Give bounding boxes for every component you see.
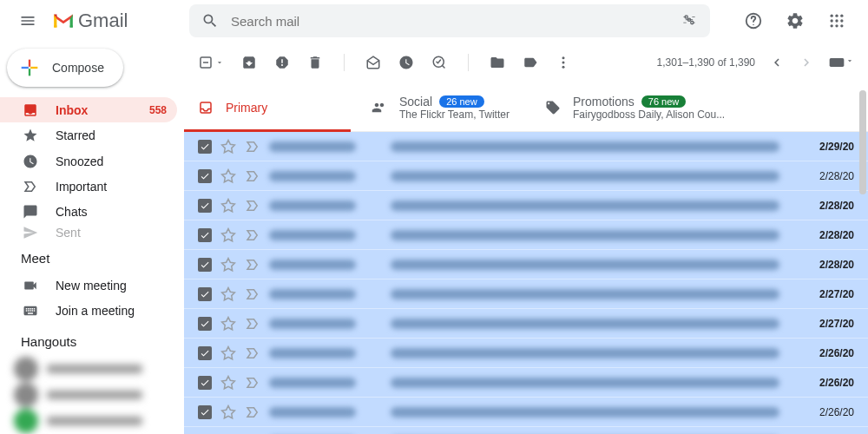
compose-button[interactable]: Compose [7,49,123,87]
next-page-button[interactable] [799,55,814,70]
row-checkbox[interactable] [198,287,212,301]
email-date: 2/26/20 [806,377,854,389]
email-row[interactable]: 2/28/20 [184,161,868,191]
hangout-contact[interactable] [14,382,170,408]
hangout-contact[interactable] [14,356,170,382]
email-list[interactable]: 2/29/20 2/28/20 2/28/20 2/28/20 2/28/20 … [184,132,868,434]
delete-button[interactable] [307,55,323,70]
row-checkbox[interactable] [198,405,212,419]
scrollbar-thumb[interactable] [859,90,866,194]
important-button[interactable] [245,198,260,214]
tab-primary[interactable]: Primary [184,83,358,131]
star-button[interactable] [220,257,236,273]
row-checkbox[interactable] [198,169,212,183]
new-meeting[interactable]: New meeting [0,273,177,298]
email-row[interactable]: 2/28/20 [184,191,868,220]
email-row[interactable]: 2/27/20 [184,279,868,309]
mark-read-button[interactable] [365,55,381,70]
scrollbar[interactable] [858,42,868,434]
important-outline-icon [245,198,260,214]
star-button[interactable] [220,198,236,214]
nav-inbox[interactable]: Inbox 558 [0,97,177,122]
star-button[interactable] [220,139,236,155]
select-all[interactable] [198,55,224,70]
snooze-button[interactable] [398,55,414,70]
nav-important[interactable]: Important [0,174,177,199]
star-button[interactable] [220,168,236,184]
important-button[interactable] [245,227,260,243]
email-row[interactable]: 2/26/20 [184,339,868,368]
search-options-icon[interactable] [675,7,703,35]
important-button[interactable] [245,168,260,184]
archive-button[interactable] [241,55,257,70]
email-row[interactable]: 2/28/20 [184,250,868,279]
important-button[interactable] [245,257,260,273]
labels-button[interactable] [523,55,538,70]
important-button[interactable] [245,316,260,332]
row-checkbox[interactable] [198,140,212,154]
svg-point-7 [831,15,833,17]
email-row[interactable]: 2/28/20 [184,220,868,250]
search-icon[interactable] [196,7,224,35]
star-button[interactable] [220,375,236,391]
nav-starred[interactable]: Starred [0,122,177,148]
apps-button[interactable] [819,3,854,38]
join-meeting[interactable]: Join a meeting [0,299,177,324]
row-checkbox[interactable] [198,228,212,242]
support-button[interactable] [736,3,771,38]
important-button[interactable] [245,404,260,420]
settings-button[interactable] [778,3,812,38]
nav-sent[interactable]: Sent [0,225,177,240]
email-row[interactable]: 2/26/20 [184,398,868,427]
star-button[interactable] [220,404,236,420]
svg-rect-1 [70,25,73,27]
sender [269,201,356,211]
move-button[interactable] [490,55,505,70]
email-row[interactable]: 2/26/20 [184,427,868,434]
important-button[interactable] [245,139,260,155]
input-tools-button[interactable] [828,56,854,69]
tab-social[interactable]: Social 26 new The Flickr Team, Twitter [358,83,531,131]
important-button[interactable] [245,375,260,391]
email-row[interactable]: 2/26/20 [184,368,868,398]
email-row[interactable]: 2/29/20 [184,132,868,161]
keyboard-icon [828,56,845,69]
email-date: 2/27/20 [806,288,854,300]
nav-label: Starred [56,128,167,142]
star-button[interactable] [220,345,236,361]
row-checkbox[interactable] [198,376,212,390]
nav-snoozed[interactable]: Snoozed [0,148,177,174]
logo[interactable]: Gmail [49,10,181,32]
gmail-logo-icon [52,12,75,30]
more-button[interactable] [556,55,571,70]
svg-point-13 [831,24,833,27]
important-button[interactable] [245,286,260,302]
star-button[interactable] [220,286,236,302]
star-button[interactable] [220,316,236,332]
add-task-button[interactable] [431,55,447,70]
row-checkbox[interactable] [198,317,212,331]
svg-point-12 [840,19,843,22]
sender [269,141,356,152]
star-outline-icon [220,345,236,361]
nav-chats[interactable]: Chats [0,200,177,225]
star-button[interactable] [220,227,236,243]
email-row[interactable]: 2/27/20 [184,309,868,339]
search-input[interactable] [224,14,675,29]
row-checkbox[interactable] [198,199,212,213]
search-bar[interactable] [189,4,710,37]
tab-promotions[interactable]: Promotions 76 new Fairygodboss Daily, Al… [531,83,739,131]
row-checkbox[interactable] [198,258,212,272]
important-outline-icon [245,139,260,155]
hangout-contact[interactable] [14,408,170,434]
prev-page-button[interactable] [769,55,785,70]
important-outline-icon [245,227,260,243]
main-menu-button[interactable] [7,0,49,42]
important-button[interactable] [245,345,260,361]
row-checkbox[interactable] [198,346,212,360]
nav-count: 558 [149,104,167,116]
folder-icon [490,55,505,70]
divider [468,54,469,71]
trash-icon [307,55,323,70]
spam-button[interactable] [274,55,290,70]
